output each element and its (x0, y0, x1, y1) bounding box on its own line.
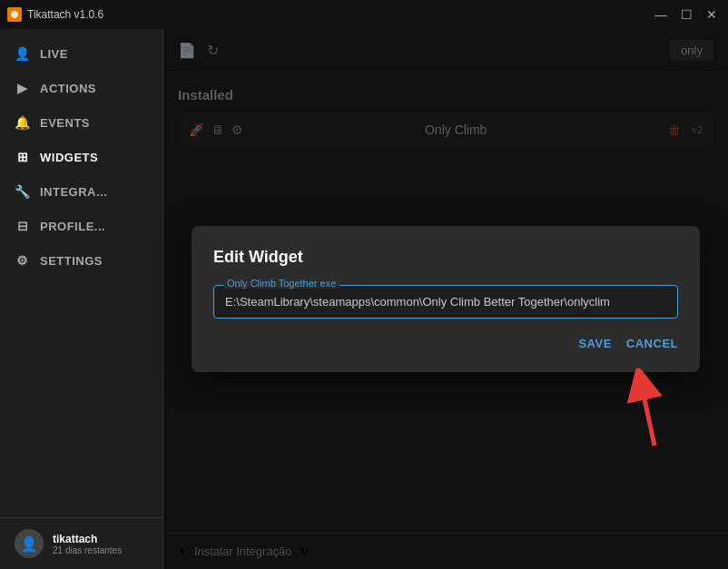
events-icon: 🔔 (15, 114, 31, 131)
app-icon (7, 7, 22, 22)
field-value: E:\SteamLibrary\steamapps\common\Only Cl… (225, 295, 666, 309)
user-sub: 21 dias restantes (53, 545, 148, 555)
dialog-field[interactable]: Only Climb Together exe E:\SteamLibrary\… (213, 285, 678, 319)
cancel-button[interactable]: CANCEL (626, 337, 678, 350)
modal-overlay: Edit Widget Only Climb Together exe E:\S… (163, 29, 728, 569)
sidebar: 👤 LIVE ▶ ACTIONS 🔔 EVENTS ⊞ WIDGETS 🔧 IN… (0, 29, 163, 569)
widgets-icon: ⊞ (15, 149, 31, 165)
sidebar-label-widgets: WIDGETS (40, 151, 98, 164)
sidebar-label-live: LIVE (40, 47, 68, 61)
maximize-button[interactable]: ☐ (677, 7, 695, 22)
sidebar-label-settings: SETTINGS (40, 254, 103, 268)
arrow-indicator (591, 368, 673, 454)
user-name: tikattach (53, 533, 148, 545)
app-title: Tikattach v1.0.6 (27, 8, 103, 21)
field-label: Only Climb Together exe (223, 278, 339, 289)
svg-point-0 (11, 11, 18, 18)
title-bar: Tikattach v1.0.6 — ☐ ✕ (0, 0, 728, 29)
close-button[interactable]: ✕ (703, 7, 721, 22)
sidebar-item-actions[interactable]: ▶ ACTIONS (0, 71, 162, 105)
sidebar-item-widgets[interactable]: ⊞ WIDGETS (0, 140, 162, 174)
sidebar-label-events: EVENTS (40, 116, 90, 130)
sidebar-label-actions: ACTIONS (40, 82, 96, 95)
sidebar-label-profiles: PROFILE... (40, 220, 105, 233)
settings-icon: ⚙ (15, 252, 31, 269)
sidebar-label-integrations: INTEGRA... (40, 185, 107, 199)
actions-icon: ▶ (15, 80, 31, 96)
user-info: tikattach 21 dias restantes (53, 533, 148, 555)
sidebar-item-settings[interactable]: ⚙ SETTINGS (0, 243, 162, 278)
dialog-actions: SAVE CANCEL (213, 337, 678, 350)
main-content: 📄 ↻ only Installed 🚀 🖥 ⚙ Only Climb 🗑 v2… (163, 29, 728, 569)
edit-widget-dialog: Edit Widget Only Climb Together exe E:\S… (192, 226, 700, 372)
user-profile-area: 👤 tikattach 21 dias restantes (0, 517, 162, 569)
minimize-button[interactable]: — (652, 7, 670, 22)
dialog-title: Edit Widget (213, 248, 678, 267)
profiles-icon: ⊟ (15, 218, 31, 234)
live-icon: 👤 (15, 45, 31, 62)
save-button[interactable]: SAVE (578, 337, 611, 350)
sidebar-item-live[interactable]: 👤 LIVE (0, 36, 162, 71)
window-controls: — ☐ ✕ (652, 7, 721, 22)
sidebar-item-events[interactable]: 🔔 EVENTS (0, 105, 162, 140)
title-bar-left: Tikattach v1.0.6 (7, 7, 103, 22)
avatar: 👤 (15, 529, 44, 558)
sidebar-item-profiles[interactable]: ⊟ PROFILE... (0, 209, 162, 243)
app-layout: 👤 LIVE ▶ ACTIONS 🔔 EVENTS ⊞ WIDGETS 🔧 IN… (0, 29, 728, 569)
integrations-icon: 🔧 (15, 183, 31, 200)
sidebar-item-integrations[interactable]: 🔧 INTEGRA... (0, 174, 162, 209)
svg-line-2 (641, 382, 654, 446)
